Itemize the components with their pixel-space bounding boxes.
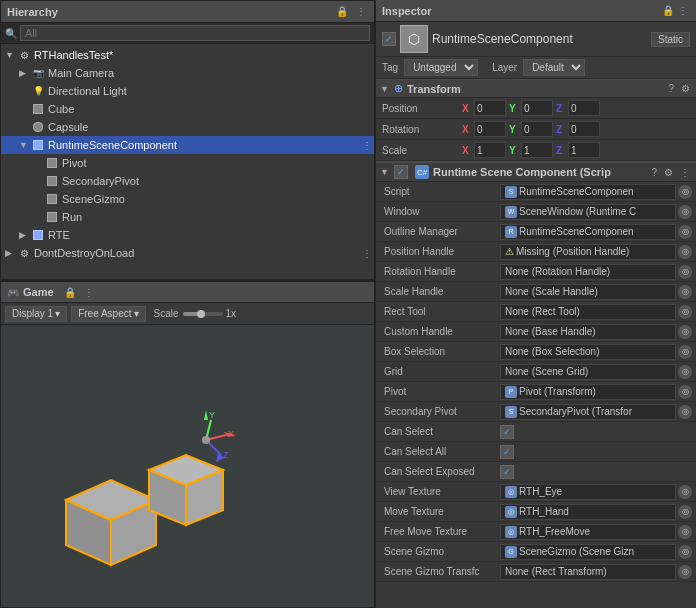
hierarchy-item-pivot[interactable]: Pivot (1, 154, 374, 172)
script-field-circle-btn-18[interactable]: ◎ (678, 545, 692, 559)
component-enabled-checkbox[interactable]: ✓ (382, 32, 396, 46)
script-section-header[interactable]: ▼ ✓ C# Runtime Scene Component (Scrip ? … (376, 161, 696, 182)
script-field-box-0[interactable]: SRuntimeSceneComponen (500, 184, 676, 200)
script-field-box-8[interactable]: None (Box Selection) (500, 344, 676, 360)
tree-arrow-dontdestroy: ▶ (5, 248, 17, 258)
script-field-circle-btn-10[interactable]: ◎ (678, 385, 692, 399)
script-field-circle-btn-15[interactable]: ◎ (678, 485, 692, 499)
scale-x-input[interactable] (474, 142, 506, 158)
transform-help-btn[interactable]: ? (666, 83, 676, 94)
hierarchy-item-rtscenecomp[interactable]: ▼ RuntimeSceneComponent ⋮ (1, 136, 374, 154)
transform-settings-btn[interactable]: ⚙ (679, 83, 692, 94)
script-field-checkbox-12[interactable]: ✓ (500, 425, 514, 439)
script-field-circle-btn-19[interactable]: ◎ (678, 565, 692, 579)
script-field-value-3: ⚠Missing (Position Handle)◎ (500, 244, 692, 260)
hierarchy-menu-btn[interactable]: ⋮ (354, 5, 368, 18)
script-field-value-17: ◎RTH_FreeMove◎ (500, 524, 692, 540)
scale-slider-track[interactable] (183, 312, 223, 316)
script-field-row-1: WindowWSceneWindow (Runtime C◎ (376, 202, 696, 222)
script-field-box-19[interactable]: None (Rect Transform) (500, 564, 676, 580)
hierarchy-search-input[interactable] (20, 25, 370, 41)
script-field-circle-btn-6[interactable]: ◎ (678, 305, 692, 319)
script-field-box-2[interactable]: RRuntimeSceneComponen (500, 224, 676, 240)
script-field-circle-btn-5[interactable]: ◎ (678, 285, 692, 299)
tree-label-maincamera: Main Camera (48, 67, 114, 79)
script-field-circle-btn-4[interactable]: ◎ (678, 265, 692, 279)
script-field-obj-icon-10: P (505, 386, 517, 398)
hierarchy-item-rthtest[interactable]: ▼ ⚙ RTHandlesTest* (1, 46, 374, 64)
script-field-box-6[interactable]: None (Rect Tool) (500, 304, 676, 320)
display-dropdown[interactable]: Display 1 ▾ (5, 306, 67, 322)
script-field-box-16[interactable]: ◎RTH_Hand (500, 504, 676, 520)
tree-arrow-rthtest: ▼ (5, 50, 17, 60)
hierarchy-item-dirlight[interactable]: 💡 Directional Light (1, 82, 374, 100)
layer-dropdown[interactable]: Default (523, 59, 585, 76)
aspect-dropdown[interactable]: Free Aspect ▾ (71, 306, 145, 322)
scale-z-input[interactable] (568, 142, 600, 158)
dontdestroy-menu-btn[interactable]: ⋮ (360, 247, 374, 260)
script-field-box-10[interactable]: PPivot (Transform) (500, 384, 676, 400)
game-lock-btn[interactable]: 🔒 (62, 286, 78, 299)
script-field-circle-btn-16[interactable]: ◎ (678, 505, 692, 519)
script-field-box-18[interactable]: GSceneGizmo (Scene Gizn (500, 544, 676, 560)
script-field-checkbox-13[interactable]: ✓ (500, 445, 514, 459)
rotation-y-input[interactable] (521, 121, 553, 137)
script-field-circle-btn-2[interactable]: ◎ (678, 225, 692, 239)
transform-section-header[interactable]: ▼ ⊕ Transform ? ⚙ (376, 79, 696, 98)
hierarchy-lock-btn[interactable]: 🔒 (334, 5, 350, 18)
position-y-label: Y (509, 103, 519, 114)
game-panel-header: 🎮 Game 🔒 ⋮ (1, 281, 374, 303)
script-field-obj-icon-11: S (505, 406, 517, 418)
position-y-input[interactable] (521, 100, 553, 116)
tag-dropdown[interactable]: Untagged (404, 59, 478, 76)
script-field-obj-icon-0: S (505, 186, 517, 198)
game-menu-btn[interactable]: ⋮ (82, 286, 96, 299)
hierarchy-item-cube[interactable]: Cube (1, 100, 374, 118)
script-field-checkbox-14[interactable]: ✓ (500, 465, 514, 479)
component-object-icon: ⬡ (400, 25, 428, 53)
script-field-box-15[interactable]: ◎RTH_Eye (500, 484, 676, 500)
transform-actions: ? ⚙ (666, 83, 692, 94)
tree-label-dontdestroy: DontDestroyOnLoad (34, 247, 134, 259)
script-field-box-9[interactable]: None (Scene Grid) (500, 364, 676, 380)
static-button[interactable]: Static (651, 32, 690, 47)
script-help-btn[interactable]: ? (649, 167, 659, 178)
hierarchy-item-capsule[interactable]: Capsule (1, 118, 374, 136)
hierarchy-item-run[interactable]: Run (1, 208, 374, 226)
script-field-circle-btn-3[interactable]: ◎ (678, 245, 692, 259)
position-x-input[interactable] (474, 100, 506, 116)
hierarchy-item-dontdestroy[interactable]: ▶ ⚙ DontDestroyOnLoad ⋮ (1, 244, 374, 262)
script-overflow-btn[interactable]: ⋮ (678, 167, 692, 178)
script-field-box-17[interactable]: ◎RTH_FreeMove (500, 524, 676, 540)
script-field-warn-icon-3: ⚠ (505, 246, 514, 257)
hierarchy-item-maincamera[interactable]: ▶ 📷 Main Camera (1, 64, 374, 82)
script-field-box-11[interactable]: SSecondaryPivot (Transfor (500, 404, 676, 420)
script-field-box-1[interactable]: WSceneWindow (Runtime C (500, 204, 676, 220)
script-field-circle-btn-0[interactable]: ◎ (678, 185, 692, 199)
script-settings-btn[interactable]: ⚙ (662, 167, 675, 178)
script-field-circle-btn-17[interactable]: ◎ (678, 525, 692, 539)
script-field-circle-btn-7[interactable]: ◎ (678, 325, 692, 339)
scale-y-input[interactable] (521, 142, 553, 158)
script-field-box-4[interactable]: None (Rotation Handle) (500, 264, 676, 280)
inspector-menu-btn[interactable]: ⋮ (676, 4, 690, 17)
position-z-input[interactable] (568, 100, 600, 116)
hierarchy-tree: ▼ ⚙ RTHandlesTest* ▶ 📷 Main Camera 💡 Dir… (1, 44, 374, 279)
script-field-circle-btn-1[interactable]: ◎ (678, 205, 692, 219)
script-field-value-1: WSceneWindow (Runtime C◎ (500, 204, 692, 220)
rotation-z-input[interactable] (568, 121, 600, 137)
inspector-lock-btn[interactable]: 🔒 (660, 4, 676, 17)
hierarchy-item-rte[interactable]: ▶ RTE (1, 226, 374, 244)
svg-point-18 (202, 436, 210, 444)
script-field-circle-btn-8[interactable]: ◎ (678, 345, 692, 359)
script-field-circle-btn-11[interactable]: ◎ (678, 405, 692, 419)
script-component-enabled-checkbox[interactable]: ✓ (394, 165, 408, 179)
script-field-box-7[interactable]: None (Base Handle) (500, 324, 676, 340)
hierarchy-item-scenegizmo[interactable]: SceneGizmo (1, 190, 374, 208)
script-field-circle-btn-9[interactable]: ◎ (678, 365, 692, 379)
hierarchy-item-secondarypivot[interactable]: SecondaryPivot (1, 172, 374, 190)
rotation-x-input[interactable] (474, 121, 506, 137)
script-field-box-3[interactable]: ⚠Missing (Position Handle) (500, 244, 676, 260)
rtscenecomp-menu-btn[interactable]: ⋮ (360, 139, 374, 152)
script-field-box-5[interactable]: None (Scale Handle) (500, 284, 676, 300)
